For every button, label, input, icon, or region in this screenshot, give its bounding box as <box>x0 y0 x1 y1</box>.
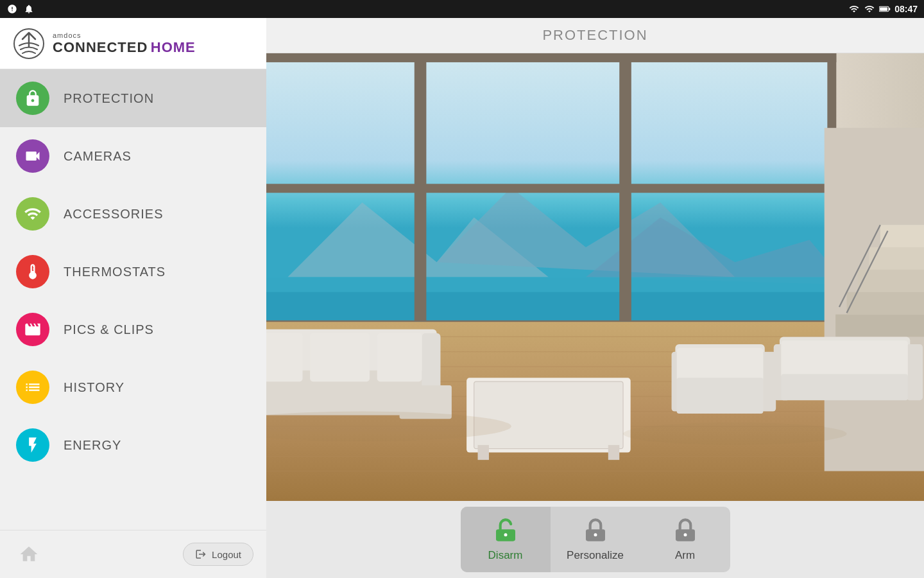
camera-view <box>266 53 924 501</box>
arm-label: Arm <box>675 549 695 562</box>
svg-rect-67 <box>781 340 907 378</box>
svg-rect-12 <box>266 292 828 322</box>
svg-rect-1 <box>889 8 890 10</box>
content-area: PROTECTION <box>266 18 924 578</box>
alarm-icon <box>23 3 35 15</box>
thermostats-icon-circle <box>16 255 49 288</box>
sidebar-label-energy: ENERGY <box>64 438 121 453</box>
svg-rect-38 <box>858 270 924 292</box>
logo-amdocs: amdocs <box>53 31 196 39</box>
sidebar-label-protection: PROTECTION <box>64 91 154 106</box>
svg-rect-40 <box>880 225 924 247</box>
sidebar-label-thermostats: THERMOSTATS <box>64 265 166 279</box>
home-button[interactable] <box>16 541 42 567</box>
content-header: PROTECTION <box>266 18 924 53</box>
pics-clips-icon-circle <box>16 313 49 346</box>
sidebar-bottom: Logout <box>0 530 266 578</box>
status-bar-right: 08:47 <box>848 3 918 15</box>
action-buttons-container: Disarm Personalize <box>461 507 730 572</box>
logo-home: HOME <box>151 39 196 55</box>
clock: 08:47 <box>894 4 918 14</box>
svg-rect-57 <box>478 445 489 460</box>
disarm-icon <box>492 517 519 544</box>
signal-icon <box>848 3 860 15</box>
notification-icon <box>6 3 18 15</box>
disarm-label: Disarm <box>488 549 523 562</box>
sidebar-item-protection[interactable]: PROTECTION <box>0 69 266 127</box>
sidebar-item-energy[interactable]: ENERGY <box>0 416 266 474</box>
nav-items: PROTECTION CAMERAS ACCESSORIES <box>0 69 266 530</box>
svg-rect-56 <box>474 381 623 449</box>
content-title: PROTECTION <box>542 27 647 44</box>
personalize-icon <box>582 517 609 544</box>
sidebar-item-thermostats[interactable]: THERMOSTATS <box>0 243 266 301</box>
svg-rect-54 <box>377 333 422 382</box>
svg-rect-62 <box>677 348 764 381</box>
disarm-button[interactable]: Disarm <box>461 507 551 572</box>
svg-point-74 <box>594 533 597 536</box>
personalize-label: Personalize <box>567 549 624 562</box>
accessories-icon-circle <box>16 197 49 231</box>
sidebar-label-history: HISTORY <box>64 380 124 395</box>
sidebar: amdocs CONNECTED HOME PROTECTION <box>0 18 266 578</box>
svg-point-76 <box>683 533 687 536</box>
protection-icon-circle <box>16 82 49 115</box>
sidebar-label-pics-clips: PICS & CLIPS <box>64 322 154 337</box>
svg-rect-37 <box>847 292 924 315</box>
cameras-icon-circle <box>16 139 49 173</box>
sidebar-item-history[interactable]: HISTORY <box>0 358 266 416</box>
logout-button[interactable]: Logout <box>183 543 253 566</box>
logout-label: Logout <box>212 549 241 560</box>
sidebar-label-cameras: CAMERAS <box>64 149 132 164</box>
logo-connected: CONNECTED <box>53 39 148 55</box>
action-bar: Disarm Personalize <box>266 501 924 578</box>
sidebar-label-accessories: ACCESSORIES <box>64 207 163 222</box>
svg-rect-17 <box>266 53 836 62</box>
energy-icon-circle <box>16 428 49 462</box>
svg-rect-68 <box>781 374 907 401</box>
svg-point-72 <box>504 533 507 536</box>
svg-point-70 <box>623 423 847 445</box>
svg-rect-18 <box>266 184 836 193</box>
logo-area: amdocs CONNECTED HOME <box>0 18 266 69</box>
wifi-icon <box>864 3 875 15</box>
svg-rect-66 <box>906 344 923 400</box>
logo-text: amdocs CONNECTED HOME <box>53 31 196 56</box>
sidebar-item-accessories[interactable]: ACCESSORIES <box>0 185 266 243</box>
status-bar-left <box>6 3 35 15</box>
app-logo <box>13 28 45 60</box>
svg-rect-2 <box>880 7 887 10</box>
personalize-button[interactable]: Personalize <box>551 507 640 572</box>
status-bar: 08:47 <box>0 0 924 18</box>
history-icon-circle <box>16 371 49 404</box>
sidebar-item-pics-clips[interactable]: PICS & CLIPS <box>0 301 266 358</box>
svg-rect-52 <box>266 333 303 382</box>
svg-rect-36 <box>835 315 924 337</box>
svg-rect-53 <box>310 333 370 382</box>
arm-icon <box>672 517 699 544</box>
svg-rect-58 <box>608 445 619 460</box>
svg-rect-63 <box>677 378 764 414</box>
sidebar-item-cameras[interactable]: CAMERAS <box>0 127 266 185</box>
arm-button[interactable]: Arm <box>640 507 730 572</box>
battery-icon <box>879 3 891 15</box>
